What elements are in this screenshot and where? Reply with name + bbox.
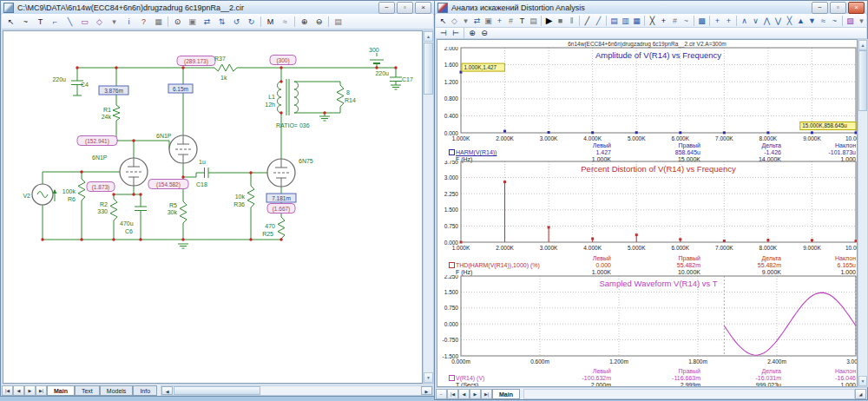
- run-icon[interactable]: ▶: [543, 15, 555, 27]
- dropdown-icon[interactable]: ▾: [460, 15, 471, 27]
- resistor-R6[interactable]: [78, 179, 85, 200]
- text-icon[interactable]: T: [33, 16, 48, 28]
- minimize-button[interactable]: −: [812, 2, 828, 14]
- battery-300V[interactable]: [370, 60, 384, 63]
- minimize-button[interactable]: −: [378, 2, 395, 14]
- repeat-icon[interactable]: ≈: [278, 16, 293, 28]
- schematic-titlebar[interactable]: C:\MC9\DATA\6n14w(ECC84+6n6n)drugzadrug …: [1, 1, 434, 15]
- dropdown-icon[interactable]: ▾: [107, 16, 122, 28]
- mirror-icon[interactable]: ⇅: [214, 16, 229, 28]
- legend-checkbox[interactable]: [449, 262, 455, 268]
- step-icon[interactable]: ⇄: [200, 16, 214, 28]
- component-icon[interactable]: ~: [18, 16, 33, 28]
- scroll-down-icon[interactable]: ▼: [858, 376, 867, 386]
- capacitor-C18[interactable]: [205, 168, 209, 178]
- picture-icon[interactable]: ▦: [151, 16, 166, 28]
- wire-icon[interactable]: ⌐: [48, 16, 62, 28]
- pan-icon[interactable]: ▤: [331, 16, 345, 28]
- resistor-R14[interactable]: [337, 85, 344, 107]
- properties-icon[interactable]: ▤: [528, 15, 539, 27]
- tab-models[interactable]: Models: [100, 385, 134, 396]
- tab-text[interactable]: Text: [75, 385, 100, 396]
- add-part-icon[interactable]: ◇: [449, 15, 460, 27]
- cursor-icon[interactable]: ╳: [647, 15, 658, 27]
- select-icon[interactable]: ↖: [437, 15, 449, 27]
- resistor-R25[interactable]: [278, 217, 285, 239]
- cursor-left-icon[interactable]: +: [712, 15, 723, 27]
- prev-page-button[interactable]: ◀: [458, 389, 470, 399]
- measure-icon[interactable]: +: [494, 15, 505, 27]
- scroll-up-icon[interactable]: ▲: [424, 31, 433, 42]
- diagonal-wire-icon[interactable]: ╲: [62, 16, 77, 28]
- cursor-right-icon[interactable]: +: [723, 15, 734, 27]
- resistor-R37[interactable]: [214, 64, 237, 71]
- schematic-canvas[interactable]: (289.173) (300) (152.941) (1.873) (154.5…: [3, 30, 423, 384]
- probe-icon[interactable]: ⊙: [170, 16, 185, 28]
- capacitor-C17[interactable]: [390, 77, 402, 82]
- capacitor-C6[interactable]: [135, 207, 147, 211]
- zoom-in-icon[interactable]: ⊕: [297, 16, 312, 28]
- minus-button[interactable]: −: [436, 389, 447, 399]
- resistor-R1[interactable]: [113, 105, 120, 121]
- dropdown2-icon[interactable]: ▾: [856, 15, 867, 27]
- attributes-icon[interactable]: ▣: [185, 16, 200, 28]
- flip-icon[interactable]: ↻: [244, 16, 259, 28]
- scroll-thumb[interactable]: [858, 50, 867, 111]
- next-left-icon[interactable]: ⊣: [437, 27, 450, 39]
- crosshair-icon[interactable]: +: [658, 15, 669, 27]
- resistor-R2[interactable]: [110, 199, 117, 220]
- tag-icon[interactable]: ▣: [483, 15, 494, 27]
- resistor-R36[interactable]: [247, 186, 254, 207]
- high-icon[interactable]: ⋀: [761, 15, 773, 27]
- analysis-titlebar[interactable]: Анализ искажений Distortion Analysis − ▫…: [435, 1, 867, 15]
- scroll-thumb[interactable]: [424, 43, 433, 95]
- legend-checkbox[interactable]: [449, 149, 455, 155]
- last-page-button[interactable]: ▶|: [36, 385, 47, 396]
- peak-icon[interactable]: ∧: [739, 15, 750, 27]
- line-thick-icon[interactable]: ╱: [593, 15, 604, 27]
- restore-button[interactable]: ▫: [397, 2, 413, 14]
- next-page-button[interactable]: ▶: [470, 389, 481, 399]
- horizontal-scrollbar[interactable]: ◀ ▶: [161, 385, 433, 396]
- color-icon[interactable]: ▨: [845, 15, 856, 27]
- gibbs-icon[interactable]: ~: [829, 15, 840, 27]
- next-page-button[interactable]: ▶: [24, 385, 36, 396]
- image-icon[interactable]: ▩: [696, 15, 707, 27]
- close-button[interactable]: ×: [415, 2, 431, 14]
- pane2-icon[interactable]: ▥: [620, 15, 631, 27]
- resistor-R5[interactable]: [180, 201, 187, 223]
- bottom-icon[interactable]: ▼: [806, 15, 818, 27]
- zoom-in-icon[interactable]: ⊕: [466, 27, 478, 39]
- first-page-button[interactable]: |◀: [2, 385, 13, 396]
- next-right-icon[interactable]: ⊢: [450, 27, 462, 39]
- tab-main[interactable]: Main: [47, 385, 75, 396]
- help-mode-icon[interactable]: ?: [136, 16, 151, 28]
- tube-6N75[interactable]: [267, 159, 295, 187]
- vertical-scrollbar[interactable]: ▲ ▼: [423, 30, 434, 384]
- text-icon[interactable]: T: [516, 15, 528, 27]
- rectangle-icon[interactable]: ▭: [77, 16, 92, 28]
- hscroll-thumb[interactable]: [174, 386, 260, 395]
- tube-6N1P-1[interactable]: [120, 158, 148, 186]
- rotate-icon[interactable]: ↺: [229, 16, 244, 28]
- restore-button[interactable]: ▫: [830, 2, 846, 14]
- pane3-icon[interactable]: ▦: [631, 15, 642, 27]
- scale-icon[interactable]: ⇄: [471, 15, 483, 27]
- scroll-down-icon[interactable]: ▼: [424, 372, 433, 383]
- inductor-L1-primary[interactable]: [278, 82, 282, 113]
- polygon-icon[interactable]: ◇: [92, 16, 107, 28]
- source-V2[interactable]: [32, 184, 53, 205]
- stop-icon[interactable]: ■: [555, 15, 566, 27]
- close-button[interactable]: ×: [848, 2, 865, 14]
- pane1-icon[interactable]: ▤: [608, 15, 620, 27]
- transformer-secondary[interactable]: [294, 82, 299, 113]
- plots-area[interactable]: 6n14w(ECC84+6n6n)drugzadrug 6c19pnRa__2.…: [437, 39, 858, 387]
- zoom-out-icon[interactable]: ⊖: [478, 27, 490, 39]
- prev-page-button[interactable]: ◀: [13, 385, 24, 396]
- line-thin-icon[interactable]: ╱: [582, 15, 593, 27]
- scroll-left-icon[interactable]: ◀: [161, 386, 173, 395]
- legend-label[interactable]: HARM(V(R14)): [456, 149, 496, 155]
- horizontal-scrollbar[interactable]: [523, 389, 855, 399]
- zoom-out-icon[interactable]: ⊖: [312, 16, 326, 28]
- tracker-icon[interactable]: #: [669, 15, 681, 27]
